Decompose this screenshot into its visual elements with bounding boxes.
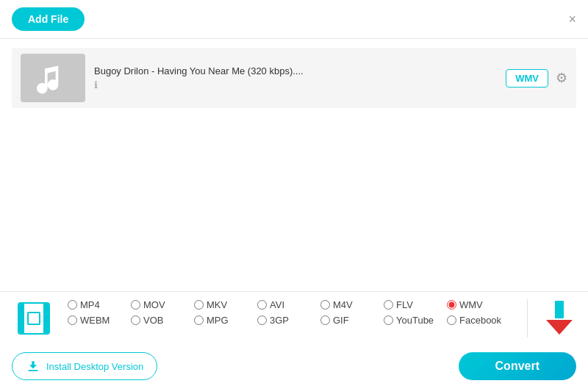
format-option-gif[interactable]: GIF [320,315,372,326]
file-thumbnail [21,54,85,102]
format-label-mpg: MPG [207,315,229,326]
radio-facebook[interactable] [447,315,456,325]
file-actions: WMV ⚙ [506,69,567,88]
radio-youtube[interactable] [384,315,393,325]
format-label-m4v: M4V [333,299,353,310]
download-area: Install Desktop Version Convert [0,345,588,389]
format-option-flv[interactable]: FLV [384,299,435,310]
format-option-vob[interactable]: VOB [131,315,182,326]
radio-mpg[interactable] [194,315,204,325]
format-separator [527,299,528,338]
radio-webm[interactable] [68,315,77,325]
file-item: Bugoy Drilon - Having You Near Me (320 k… [12,48,576,108]
svg-rect-0 [555,301,564,318]
format-option-webm[interactable]: WEBM [68,315,119,326]
file-list-area: Bugoy Drilon - Having You Near Me (320 k… [0,39,588,117]
radio-gif[interactable] [320,315,330,325]
format-label-mp4: MP4 [80,299,100,310]
install-desktop-button[interactable]: Install Desktop Version [12,352,157,380]
file-info: Bugoy Drilon - Having You Near Me (320 k… [94,65,497,90]
format-label-mov: MOV [143,299,165,310]
film-icon [18,302,50,335]
format-option-mkv[interactable]: MKV [194,299,245,310]
install-download-icon [26,359,40,374]
format-label-webm: WEBM [80,315,110,326]
format-option-m4v[interactable]: M4V [320,299,372,310]
radio-3gp[interactable] [257,315,267,325]
add-file-button[interactable]: Add File [12,7,85,31]
format-label-3gp: 3GP [270,315,289,326]
settings-button[interactable]: ⚙ [556,70,567,86]
format-label-mkv: MKV [207,299,227,310]
format-row-2: WEBM VOB MPG 3GP GIF [68,315,520,326]
format-option-facebook[interactable]: Facebook [447,315,501,326]
format-option-wmv[interactable]: WMV [447,299,498,310]
format-option-3gp[interactable]: 3GP [257,315,309,326]
download-arrow-icon [542,299,576,338]
radio-m4v[interactable] [320,300,330,310]
info-icon[interactable]: ℹ [94,79,497,90]
install-label: Install Desktop Version [46,361,143,372]
top-bar: Add File × [0,0,588,39]
format-option-mov[interactable]: MOV [131,299,182,310]
format-badge[interactable]: WMV [506,69,548,88]
format-label-youtube: YouTube [396,315,434,326]
format-icon-area [12,299,56,338]
format-label-flv: FLV [396,299,413,310]
svg-rect-3 [28,370,37,371]
radio-vob[interactable] [131,315,140,325]
format-label-facebook: Facebook [459,315,501,326]
file-name: Bugoy Drilon - Having You Near Me (320 k… [94,65,497,76]
music-icon [37,62,69,94]
format-label-gif: GIF [333,315,349,326]
format-selector: MP4 MOV MKV AVI M4V [0,292,588,345]
radio-mp4[interactable] [68,300,77,310]
format-label-avi: AVI [270,299,284,310]
format-label-wmv: WMV [459,299,483,310]
radio-mkv[interactable] [194,300,204,310]
radio-flv[interactable] [384,300,393,310]
arrow-section [535,299,576,338]
close-button[interactable]: × [568,13,576,26]
format-grid: MP4 MOV MKV AVI M4V [68,299,520,338]
format-option-youtube[interactable]: YouTube [384,315,435,326]
format-option-avi[interactable]: AVI [257,299,309,310]
format-label-vob: VOB [143,315,163,326]
convert-button[interactable]: Convert [459,352,576,380]
format-row-1: MP4 MOV MKV AVI M4V [68,299,520,310]
radio-wmv[interactable] [447,300,456,310]
format-option-mpg[interactable]: MPG [194,315,245,326]
main-content [0,117,588,286]
radio-mov[interactable] [131,300,140,310]
bottom-panel: MP4 MOV MKV AVI M4V [0,291,588,389]
format-option-mp4[interactable]: MP4 [68,299,119,310]
radio-avi[interactable] [257,300,267,310]
